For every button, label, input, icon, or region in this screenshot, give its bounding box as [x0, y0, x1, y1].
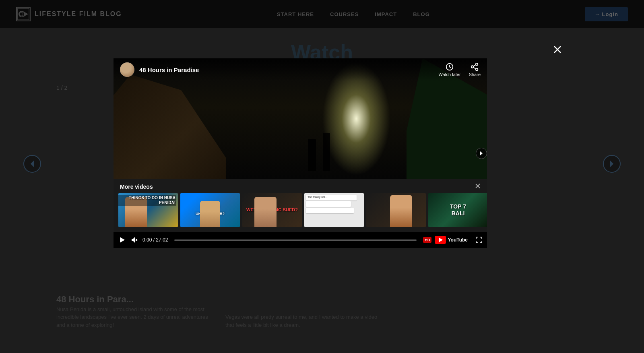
yt-red-badge — [435, 236, 446, 244]
play-icon — [118, 236, 126, 244]
thumb-text-6: TOP 7BALI — [450, 203, 466, 217]
video-scene — [114, 58, 487, 179]
close-icon — [553, 45, 562, 54]
share-button[interactable]: Share — [469, 62, 481, 77]
thumb-label-1: Things To Do In Nusa Penida! — [118, 193, 178, 227]
svg-point-10 — [476, 68, 478, 71]
share-label: Share — [469, 72, 481, 77]
more-videos-close-icon — [475, 183, 481, 189]
video-actions: Watch later Share — [438, 62, 481, 77]
video-frame[interactable]: 48 Hours in Paradise Watch later — [114, 58, 487, 179]
watch-later-label: Watch later — [438, 72, 460, 77]
fullscreen-icon — [476, 237, 482, 243]
volume-icon — [130, 236, 138, 244]
play-button[interactable] — [118, 236, 126, 244]
thumb-msg-2 — [306, 201, 351, 207]
watch-later-button[interactable]: Watch later — [438, 62, 460, 77]
share-icon — [470, 62, 479, 71]
thumbnail-6[interactable]: TOP 7BALI — [428, 193, 487, 227]
more-videos-header: More videos — [114, 179, 487, 193]
silhouette-1 — [308, 139, 316, 171]
svg-line-12 — [473, 65, 476, 66]
yt-logo-badge: HD — [423, 237, 431, 243]
thumb-msg-1: The totally not... — [306, 195, 357, 200]
svg-point-9 — [471, 66, 474, 68]
more-videos-title: More videos — [120, 184, 153, 190]
time-display: 0:00 / 27:02 — [142, 237, 168, 243]
thumb-label-6: TOP 7BALI — [428, 193, 487, 227]
youtube-logo-area: HD YouTube — [423, 236, 468, 244]
thumb-msg-3 — [306, 208, 354, 213]
more-videos-panel: More videos Things To Do In Nusa Penida!… — [114, 179, 487, 232]
youtube-modal: 48 Hours in Paradise Watch later — [114, 58, 487, 248]
building-left — [114, 74, 226, 179]
svg-point-8 — [476, 63, 478, 66]
progress-bar[interactable] — [174, 239, 417, 241]
thumb-person-3 — [254, 197, 277, 227]
thumb-messages: The totally not... — [306, 195, 362, 225]
svg-line-11 — [473, 67, 476, 69]
more-videos-close-button[interactable] — [475, 183, 481, 190]
thumb-person-2 — [200, 201, 220, 227]
thumbnail-4[interactable]: The totally not... — [304, 193, 364, 227]
mute-button[interactable] — [130, 236, 138, 244]
yt-text: YouTube — [448, 237, 468, 243]
thumbnail-5[interactable] — [366, 193, 426, 227]
thumbnail-3[interactable]: WE'RE GETTING SUED? — [242, 193, 302, 227]
thumb-text-1: Things To Do In Nusa Penida! — [118, 195, 176, 206]
fullscreen-button[interactable] — [476, 237, 482, 243]
yt-logo-hd: HD — [425, 238, 430, 242]
youtube-logo: YouTube — [435, 236, 468, 244]
watch-later-icon — [445, 62, 454, 71]
svg-marker-17 — [132, 237, 135, 243]
modal-close-button[interactable] — [551, 43, 564, 56]
thumb-person-5 — [390, 195, 412, 227]
thumbnails-row: Things To Do In Nusa Penida! $15,000UNDE… — [114, 193, 487, 232]
yt-play-triangle — [439, 237, 443, 242]
thumbnail-1[interactable]: Things To Do In Nusa Penida! — [118, 193, 178, 227]
silhouette-2 — [323, 133, 330, 171]
thumbnail-2[interactable]: $15,000UNDER WATER? — [180, 193, 240, 227]
svg-marker-16 — [120, 237, 125, 243]
video-controls: 0:00 / 27:02 HD YouTube — [114, 232, 487, 248]
